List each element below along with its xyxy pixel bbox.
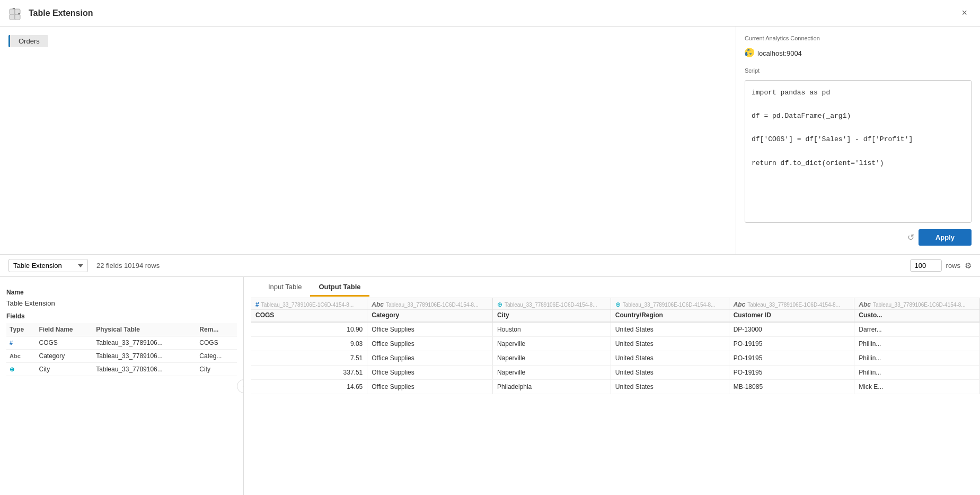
analytics-connection-label: Current Analytics Connection bbox=[745, 35, 972, 41]
table-cell: Mick E... bbox=[854, 380, 980, 394]
collapse-sidebar-button[interactable]: ‹ bbox=[237, 379, 244, 393]
table-tag[interactable]: Orders bbox=[8, 35, 48, 47]
col-header-field-name: Field Name bbox=[36, 323, 93, 336]
data-grid: # Tableau_33_7789106E-1C6D-4154-8... COG… bbox=[251, 298, 980, 394]
table-cell: Philadelphia bbox=[492, 380, 611, 394]
table-cell: Naperville bbox=[492, 366, 611, 380]
connection-host: localhost:9004 bbox=[757, 49, 802, 57]
top-bar: Table Extension × bbox=[0, 0, 980, 27]
extension-type-dropdown[interactable]: Table Extension bbox=[8, 259, 88, 272]
col-name: Customer ID bbox=[729, 310, 854, 322]
python-icon bbox=[745, 48, 754, 59]
column-header: # Tableau_33_7789106E-1C6D-4154-8... COG… bbox=[251, 298, 367, 322]
column-header: Abc Tableau_33_7789106E-1C6D-4154-8... C… bbox=[367, 298, 493, 322]
fields-table: Type Field Name Physical Table Rem... # … bbox=[6, 323, 237, 376]
table-cell: Phillin... bbox=[854, 351, 980, 366]
table-cell: United States bbox=[611, 351, 729, 366]
tabs-bar: Input Table Output Table bbox=[251, 277, 980, 298]
col-name: COGS bbox=[251, 310, 367, 322]
table-cell: 7.51 bbox=[251, 351, 367, 366]
col-id: Tableau_33_7789106E-1C6D-4154-8... bbox=[747, 302, 840, 308]
col-header-rem: Rem... bbox=[196, 323, 237, 336]
field-rem: City bbox=[196, 363, 237, 376]
bottom-content: ‹ Name Table Extension Fields Type Field… bbox=[0, 277, 980, 495]
list-item[interactable]: # COGS Tableau_33_7789106... COGS bbox=[6, 336, 237, 350]
dialog-title: Table Extension bbox=[29, 8, 93, 18]
script-footer: ↺ Apply bbox=[745, 227, 972, 246]
column-header: ⊕ Tableau_33_7789106E-1C6D-4154-8... Cit… bbox=[492, 298, 611, 322]
analytics-panel: Current Analytics Connection localhost:9… bbox=[736, 27, 980, 254]
svg-point-5 bbox=[748, 50, 749, 51]
col-id: Tableau_33_7789106E-1C6D-4154-8... bbox=[873, 302, 966, 308]
output-table: # Tableau_33_7789106E-1C6D-4154-8... COG… bbox=[251, 298, 980, 394]
column-header: Abc Tableau_33_7789106E-1C6D-4154-8... C… bbox=[729, 298, 854, 322]
table-cell: PO-19195 bbox=[729, 337, 854, 351]
table-cell: 10.90 bbox=[251, 322, 367, 337]
analytics-connection-value: localhost:9004 bbox=[745, 48, 972, 59]
table-row: 7.51Office SuppliesNapervilleUnited Stat… bbox=[251, 351, 980, 366]
table-cell: Office Supplies bbox=[367, 337, 493, 351]
table-cell: PO-19195 bbox=[729, 351, 854, 366]
column-header: Abc Tableau_33_7789106E-1C6D-4154-8... C… bbox=[854, 298, 980, 322]
svg-point-6 bbox=[751, 54, 752, 55]
field-name: COGS bbox=[36, 336, 93, 350]
apply-button[interactable]: Apply bbox=[919, 229, 972, 246]
field-count-label: 22 fields 10194 rows bbox=[96, 262, 160, 270]
table-cell: United States bbox=[611, 380, 729, 394]
table-cell: Office Supplies bbox=[367, 322, 493, 337]
field-rem: COGS bbox=[196, 336, 237, 350]
svg-rect-2 bbox=[10, 14, 15, 20]
table-cell: Office Supplies bbox=[367, 351, 493, 366]
toolbar-left: Table Extension 22 fields 10194 rows bbox=[8, 259, 160, 272]
table-cell: MB-18085 bbox=[729, 380, 854, 394]
tab-input-table[interactable]: Input Table bbox=[260, 279, 310, 297]
table-row: 9.03Office SuppliesNapervilleUnited Stat… bbox=[251, 337, 980, 351]
puzzle-icon bbox=[8, 5, 23, 21]
table-cell: Houston bbox=[492, 322, 611, 337]
list-item[interactable]: ⊕ City Tableau_33_7789106... City bbox=[6, 363, 237, 376]
table-row: 337.51Office SuppliesNapervilleUnited St… bbox=[251, 366, 980, 380]
col-name: City bbox=[493, 310, 611, 322]
script-label: Script bbox=[745, 67, 972, 74]
table-row: 14.65Office SuppliesPhiladelphiaUnited S… bbox=[251, 380, 980, 394]
table-cell: DP-13000 bbox=[729, 322, 854, 337]
fields-section-label: Fields bbox=[6, 312, 237, 320]
table-cell: Naperville bbox=[492, 337, 611, 351]
col-name: Country/Region bbox=[611, 310, 729, 322]
col-name: Category bbox=[367, 310, 492, 322]
col-header-type: Type bbox=[6, 323, 36, 336]
field-rem: Categ... bbox=[196, 350, 237, 363]
svg-rect-3 bbox=[15, 14, 20, 20]
table-canvas-panel: Orders bbox=[0, 27, 736, 254]
field-type: Abc bbox=[6, 350, 36, 363]
table-row: 10.90Office SuppliesHoustonUnited States… bbox=[251, 322, 980, 337]
field-physical-table: Tableau_33_7789106... bbox=[93, 363, 196, 376]
field-physical-table: Tableau_33_7789106... bbox=[93, 350, 196, 363]
col-id: Tableau_33_7789106E-1C6D-4154-8... bbox=[386, 302, 479, 308]
table-cell: 9.03 bbox=[251, 337, 367, 351]
list-item[interactable]: Abc Category Tableau_33_7789106... Categ… bbox=[6, 350, 237, 363]
col-id: Tableau_33_7789106E-1C6D-4154-8... bbox=[261, 302, 354, 308]
bottom-toolbar: Table Extension 22 fields 10194 rows row… bbox=[0, 255, 980, 277]
script-editor[interactable]: import pandas as pd df = pd.DataFrame(_a… bbox=[745, 80, 972, 223]
top-bar-left: Table Extension bbox=[8, 5, 93, 21]
table-cell: United States bbox=[611, 337, 729, 351]
col-name: Custo... bbox=[854, 310, 979, 322]
reset-icon[interactable]: ↺ bbox=[907, 232, 914, 242]
col-id: Tableau_33_7789106E-1C6D-4154-8... bbox=[505, 302, 597, 308]
settings-icon[interactable]: ⚙ bbox=[965, 261, 972, 271]
col-id: Tableau_33_7789106E-1C6D-4154-8... bbox=[623, 302, 716, 308]
table-cell: Naperville bbox=[492, 351, 611, 366]
tab-output-table[interactable]: Output Table bbox=[310, 279, 369, 297]
table-cell: United States bbox=[611, 322, 729, 337]
table-cell: 14.65 bbox=[251, 380, 367, 394]
close-button[interactable]: × bbox=[957, 5, 972, 21]
table-cell: Phillin... bbox=[854, 366, 980, 380]
field-type: ⊕ bbox=[6, 363, 36, 376]
table-cell: 337.51 bbox=[251, 366, 367, 380]
rows-count-input[interactable] bbox=[910, 259, 942, 272]
field-name: City bbox=[36, 363, 93, 376]
main-top-area: Orders Current Analytics Connection loca… bbox=[0, 27, 980, 255]
field-name: Category bbox=[36, 350, 93, 363]
svg-rect-0 bbox=[10, 9, 15, 14]
